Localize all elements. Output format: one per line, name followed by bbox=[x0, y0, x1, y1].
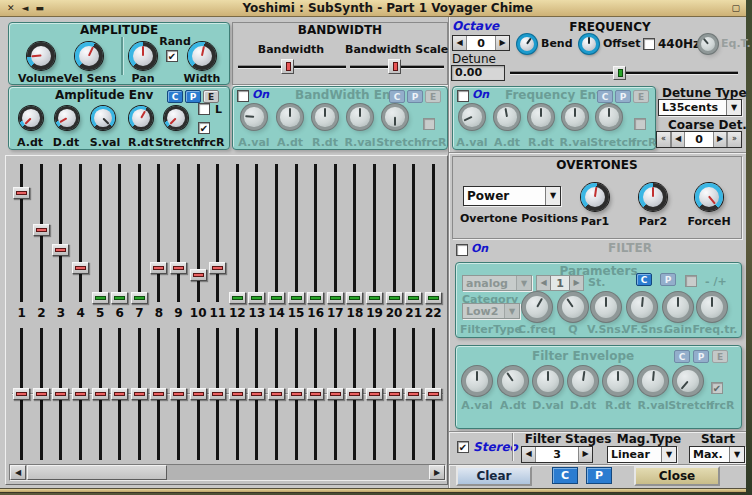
bandwidth-scale-slider[interactable] bbox=[349, 59, 445, 74]
spinner-double-right-icon[interactable]: » bbox=[727, 132, 741, 147]
spinner-left-icon[interactable]: ◀ bbox=[537, 276, 551, 290]
harmonic-amplitude-slider-2[interactable] bbox=[32, 162, 52, 304]
harmonic-amplitude-slider-10[interactable] bbox=[188, 162, 208, 304]
bw-env-edit-button[interactable]: E bbox=[425, 90, 441, 103]
slider-handle[interactable] bbox=[33, 224, 50, 236]
filter-env-paste-button[interactable]: P bbox=[693, 350, 709, 363]
harmonic-bandwidth-slider-12[interactable] bbox=[228, 326, 248, 462]
filter-type-dropdown[interactable]: Low2 ▼ bbox=[462, 303, 520, 319]
slider-handle[interactable] bbox=[248, 292, 265, 304]
slider-handle[interactable] bbox=[346, 292, 363, 304]
slider-handle[interactable] bbox=[268, 292, 285, 304]
copy-button[interactable]: C bbox=[552, 467, 578, 484]
harmonic-bandwidth-slider-6[interactable] bbox=[110, 326, 130, 462]
harmonic-bandwidth-slider-21[interactable] bbox=[404, 326, 424, 462]
clear-button[interactable]: Clear bbox=[456, 466, 532, 486]
slider-handle[interactable] bbox=[52, 388, 69, 400]
coarse-detune-value[interactable]: 0 bbox=[685, 132, 713, 147]
harmonic-amplitude-slider-4[interactable] bbox=[71, 162, 91, 304]
slider-handle[interactable] bbox=[150, 262, 167, 274]
detune-slider[interactable] bbox=[509, 66, 739, 80]
harmonic-bandwidth-slider-13[interactable] bbox=[247, 326, 267, 462]
harmonic-amplitude-slider-12[interactable] bbox=[228, 162, 248, 304]
slider-handle[interactable] bbox=[268, 388, 285, 400]
freq-frcr-checkbox[interactable]: ✔ bbox=[634, 118, 646, 130]
slider-handle[interactable] bbox=[386, 292, 403, 304]
bend-knob[interactable] bbox=[517, 34, 537, 54]
slider-handle[interactable] bbox=[13, 388, 30, 400]
slider-handle[interactable] bbox=[366, 292, 383, 304]
maximize-icon[interactable]: ▢ bbox=[731, 1, 740, 16]
harmonic-amplitude-slider-19[interactable] bbox=[365, 162, 385, 304]
spinner-left-icon[interactable]: ◀ bbox=[453, 36, 467, 50]
slider-handle[interactable] bbox=[170, 262, 187, 274]
freq-env-paste-button[interactable]: P bbox=[615, 90, 631, 103]
slider-handle[interactable] bbox=[92, 292, 109, 304]
filter-env-edit-button[interactable]: E bbox=[712, 350, 728, 363]
amp-stretch-knob[interactable] bbox=[164, 106, 188, 130]
vel-sens-knob[interactable] bbox=[75, 42, 103, 70]
gain-knob[interactable] bbox=[663, 292, 693, 322]
bw-rval-knob[interactable] bbox=[347, 104, 373, 130]
slider-handle[interactable] bbox=[229, 388, 246, 400]
offset-knob[interactable] bbox=[579, 34, 599, 54]
fenv-ddt-knob[interactable] bbox=[568, 366, 598, 396]
harmonic-amplitude-slider-16[interactable] bbox=[306, 162, 326, 304]
harmonic-amplitude-slider-22[interactable] bbox=[423, 162, 443, 304]
cfreq-knob[interactable] bbox=[522, 292, 552, 322]
overtone-positions-dropdown[interactable]: Power ▼ bbox=[463, 186, 561, 206]
slider-handle[interactable] bbox=[209, 262, 226, 274]
freq-adt-knob[interactable] bbox=[494, 104, 520, 130]
harmonic-bandwidth-slider-15[interactable] bbox=[286, 326, 306, 462]
harmonic-amplitude-slider-20[interactable] bbox=[384, 162, 404, 304]
amp-frcr-checkbox[interactable]: ✔ bbox=[198, 122, 210, 134]
slider-handle[interactable] bbox=[307, 388, 324, 400]
fenv-rdt-knob[interactable] bbox=[603, 366, 633, 396]
fenv-aval-knob[interactable] bbox=[462, 366, 492, 396]
harmonic-bandwidth-slider-4[interactable] bbox=[71, 326, 91, 462]
slider-handle[interactable] bbox=[190, 269, 207, 281]
slider-handle[interactable] bbox=[388, 59, 401, 74]
spinner-right-icon[interactable]: ▶ bbox=[569, 276, 583, 290]
close-button[interactable]: Close bbox=[634, 466, 720, 486]
close-icon[interactable]: ✕ bbox=[7, 1, 15, 16]
amp-sustain-knob[interactable] bbox=[91, 106, 115, 130]
frequency-env-on-checkbox[interactable]: ✔ bbox=[457, 90, 469, 102]
slider-handle[interactable] bbox=[405, 388, 422, 400]
detune-type-dropdown[interactable]: L35cents ▼ bbox=[658, 99, 742, 116]
harmonic-bandwidth-slider-11[interactable] bbox=[208, 326, 228, 462]
harmonic-amplitude-slider-15[interactable] bbox=[286, 162, 306, 304]
spinner-right-icon[interactable]: ▶ bbox=[578, 447, 592, 462]
filter-category-dropdown[interactable]: analog ▼ bbox=[462, 275, 532, 291]
harmonic-amplitude-slider-1[interactable] bbox=[12, 162, 32, 304]
freq-env-edit-button[interactable]: E bbox=[633, 90, 649, 103]
filter-stages-spinner-small[interactable]: ◀ 1 ▶ bbox=[536, 275, 584, 291]
fenv-stretch-knob[interactable] bbox=[673, 366, 703, 396]
freqtr-knob[interactable] bbox=[697, 292, 727, 322]
harmonic-bandwidth-slider-16[interactable] bbox=[306, 326, 326, 462]
slider-handle[interactable] bbox=[150, 388, 167, 400]
bw-adt-knob[interactable] bbox=[277, 104, 303, 130]
filter-env-copy-button[interactable]: C bbox=[674, 350, 690, 363]
harmonic-bandwidth-slider-20[interactable] bbox=[384, 326, 404, 462]
slider-handle[interactable] bbox=[346, 388, 363, 400]
q-knob[interactable] bbox=[558, 292, 588, 322]
harmonic-bandwidth-slider-10[interactable] bbox=[188, 326, 208, 462]
freq-rval-knob[interactable] bbox=[562, 104, 588, 130]
vsns-knob[interactable] bbox=[591, 292, 621, 322]
slider-handle[interactable] bbox=[288, 292, 305, 304]
spinner-left-icon[interactable]: ◀ bbox=[671, 132, 685, 147]
harmonic-bandwidth-slider-1[interactable] bbox=[12, 326, 32, 462]
harmonic-amplitude-slider-21[interactable] bbox=[404, 162, 424, 304]
slider-handle[interactable] bbox=[52, 244, 69, 256]
harmonic-bandwidth-slider-19[interactable] bbox=[365, 326, 385, 462]
slider-handle[interactable] bbox=[170, 388, 187, 400]
fenv-rval-knob[interactable] bbox=[638, 366, 668, 396]
slider-handle[interactable] bbox=[386, 388, 403, 400]
vfsns-knob[interactable] bbox=[627, 292, 657, 322]
filter-pm-checkbox[interactable]: ✔ bbox=[685, 275, 697, 287]
slider-handle[interactable] bbox=[327, 388, 344, 400]
scroll-right-icon[interactable]: ▶ bbox=[429, 465, 445, 480]
slider-handle[interactable] bbox=[33, 388, 50, 400]
440hz-checkbox[interactable]: ✔ bbox=[643, 38, 655, 50]
